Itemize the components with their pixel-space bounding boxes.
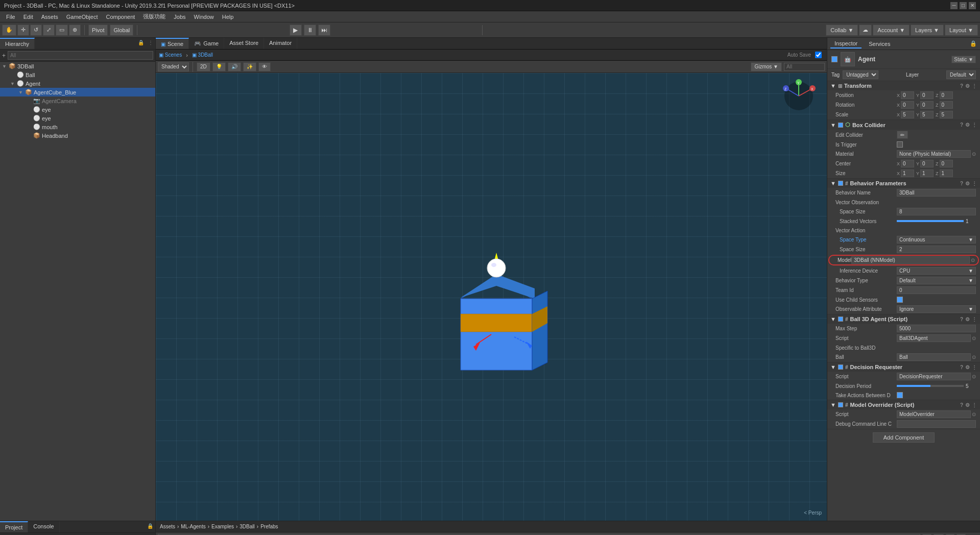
transform-menu[interactable]: ⋮	[972, 83, 977, 89]
ball-value[interactable]: Ball	[897, 353, 971, 361]
behavior-help[interactable]: ?	[960, 181, 963, 186]
overrider-script-value[interactable]: ModelOverrider	[897, 410, 971, 418]
step-btn[interactable]: ⏭	[318, 25, 330, 36]
project-tab-console[interactable]: Console	[28, 521, 59, 532]
menu-assets[interactable]: Assets	[37, 13, 62, 21]
is-trigger-checkbox[interactable]	[897, 141, 903, 148]
menu-component[interactable]: Component	[102, 13, 139, 21]
cloud-btn[interactable]: ☁	[859, 25, 872, 36]
hierarchy-lock[interactable]: 🔒	[136, 38, 146, 49]
tree-item-agent[interactable]: ▼ ⚪ Agent	[0, 79, 155, 88]
collider-menu[interactable]: ⋮	[972, 122, 977, 128]
decision-help[interactable]: ?	[960, 364, 963, 370]
minimize-btn[interactable]: ─	[950, 2, 958, 9]
hierarchy-add-btn[interactable]: +	[2, 52, 6, 59]
model-overrider-checkbox[interactable]	[838, 402, 843, 407]
inspector-tab-inspector[interactable]: Inspector	[830, 39, 862, 48]
move-tool[interactable]: ✛	[17, 25, 29, 36]
tree-item-agentcamera[interactable]: 📷 AgentCamera	[0, 96, 155, 105]
ball3d-checkbox[interactable]	[838, 317, 843, 322]
menu-help[interactable]: Help	[218, 13, 238, 21]
model-value[interactable]: 3DBall (NNModel)	[851, 256, 970, 264]
audio-btn[interactable]: 🔊	[228, 62, 241, 71]
behavior-checkbox[interactable]	[838, 181, 843, 186]
rect-tool[interactable]: ▭	[56, 25, 68, 36]
inspector-tab-services[interactable]: Services	[865, 40, 894, 48]
close-btn[interactable]: ✕	[969, 2, 976, 9]
behavior-menu[interactable]: ⋮	[972, 181, 977, 186]
menu-jobs[interactable]: Jobs	[170, 13, 189, 21]
agent-checkbox[interactable]	[831, 56, 838, 62]
layer-select[interactable]: Default	[946, 70, 976, 79]
play-btn[interactable]: ▶	[290, 25, 302, 36]
size-x-input[interactable]	[901, 169, 914, 177]
scene-tab-scene[interactable]: ▣ Scene	[156, 38, 189, 49]
box-collider-checkbox[interactable]	[838, 123, 843, 128]
ball3d-script-picker[interactable]: ⊙	[972, 335, 976, 341]
maximize-btn[interactable]: □	[960, 2, 967, 9]
box-collider-header[interactable]: ▼ ⬡ Box Collider ? ⚙ ⋮	[827, 120, 980, 130]
project-lock[interactable]: 🔒	[145, 521, 155, 532]
material-picker[interactable]: ⊙	[972, 151, 976, 157]
material-value[interactable]: None (Physic Material)	[897, 150, 971, 158]
position-y-input[interactable]	[920, 91, 934, 99]
auto-save-checkbox[interactable]	[815, 52, 822, 58]
collider-help[interactable]: ?	[960, 122, 963, 128]
tree-item-eye1[interactable]: ⚪ eye	[0, 105, 155, 114]
transform-settings[interactable]: ⚙	[965, 83, 970, 89]
tree-item-3dball[interactable]: ▼ 📦 3DBall	[0, 62, 155, 70]
tree-item-eye2[interactable]: ⚪ eye	[0, 114, 155, 123]
transform-help[interactable]: ?	[960, 83, 963, 89]
rotation-x-input[interactable]	[901, 101, 914, 109]
rotation-z-input[interactable]	[940, 101, 953, 109]
menu-gameobject[interactable]: GameObject	[62, 13, 102, 21]
hierarchy-menu[interactable]: ⋮	[146, 38, 155, 49]
decision-requester-header[interactable]: ▼ # Decision Requester ? ⚙ ⋮	[827, 362, 980, 372]
static-badge[interactable]: Static ▼	[951, 56, 976, 63]
tree-item-agentcube[interactable]: ▼ 📦 AgentCube_Blue	[0, 88, 155, 96]
take-actions-checkbox[interactable]	[897, 392, 903, 398]
size-z-input[interactable]	[940, 169, 953, 177]
window-controls[interactable]: ─ □ ✕	[950, 2, 976, 9]
add-component-btn[interactable]: Add Component	[873, 432, 935, 443]
tree-item-headband[interactable]: 📦 Headband	[0, 131, 155, 140]
global-btn[interactable]: Global	[110, 25, 133, 36]
menu-file[interactable]: File	[2, 13, 19, 21]
tag-select[interactable]: Untagged	[843, 70, 878, 79]
hierarchy-tab[interactable]: Hierarchy	[0, 38, 35, 49]
ball3d-agent-header[interactable]: ▼ # Ball 3D Agent (Script) ? ⚙ ⋮	[827, 314, 980, 324]
hidden-btn[interactable]: 👁	[258, 62, 271, 71]
lights-btn[interactable]: 💡	[212, 62, 226, 71]
pivot-btn[interactable]: Pivot	[88, 25, 108, 36]
layout-btn[interactable]: Layout ▼	[945, 25, 978, 36]
tree-item-mouth[interactable]: ⚪ mouth	[0, 123, 155, 131]
model-picker[interactable]: ⊙	[971, 257, 975, 263]
rotate-tool[interactable]: ↺	[30, 25, 42, 36]
max-step-input[interactable]	[897, 325, 976, 332]
behavior-type-dropdown[interactable]: Default ▼	[897, 277, 976, 284]
overrider-settings[interactable]: ⚙	[965, 402, 970, 408]
overrider-menu[interactable]: ⋮	[972, 402, 977, 408]
project-tab-project[interactable]: Project	[0, 521, 28, 532]
decision-menu[interactable]: ⋮	[972, 364, 977, 370]
pause-btn[interactable]: ⏸	[304, 25, 316, 36]
scale-x-input[interactable]	[901, 111, 914, 118]
menu-edit[interactable]: Edit	[19, 13, 37, 21]
scale-tool[interactable]: ⤢	[43, 25, 55, 36]
space-size2-input[interactable]	[897, 246, 976, 253]
behavior-params-header[interactable]: ▼ # Behavior Parameters ? ⚙ ⋮	[827, 179, 980, 188]
position-z-input[interactable]	[940, 91, 953, 99]
tree-item-ball[interactable]: ⚪ Ball	[0, 70, 155, 79]
scale-y-input[interactable]	[920, 111, 934, 118]
decision-script-picker[interactable]: ⊙	[972, 374, 976, 379]
observable-attr-dropdown[interactable]: Ignore ▼	[897, 305, 976, 313]
ball3d-menu[interactable]: ⋮	[972, 317, 977, 322]
center-z-input[interactable]	[940, 160, 953, 167]
hand-tool[interactable]: ✋	[2, 25, 16, 36]
center-y-input[interactable]	[920, 160, 934, 167]
edit-collider-btn[interactable]: ✏	[897, 131, 908, 139]
ball3d-settings[interactable]: ⚙	[965, 317, 970, 322]
collab-btn[interactable]: Collab ▼	[826, 25, 858, 36]
rotation-y-input[interactable]	[920, 101, 934, 109]
collider-settings[interactable]: ⚙	[965, 122, 970, 128]
